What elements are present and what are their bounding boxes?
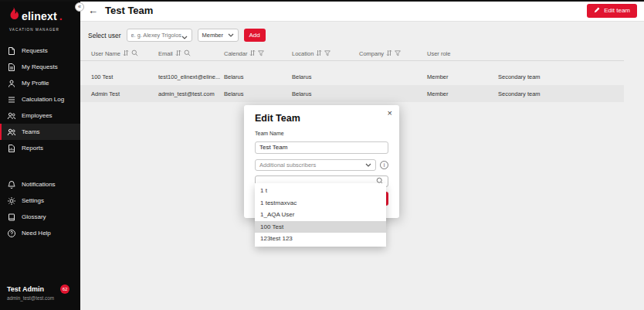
sort-icon[interactable] xyxy=(316,49,322,58)
person-icon xyxy=(7,79,16,88)
cell-team: Secondary team xyxy=(498,90,624,97)
column-label: Company xyxy=(359,50,384,57)
edit-team-label: Edit team xyxy=(604,7,630,14)
sidebar-item-label: My Profile xyxy=(22,80,49,87)
sort-icon[interactable] xyxy=(123,49,129,58)
sidebar-item-requests[interactable]: Requests xyxy=(0,43,80,59)
sidebar-item-label: My Requests xyxy=(22,63,58,70)
dropdown-option[interactable]: 1_AQA User xyxy=(255,209,386,221)
sidebar-item-label: Calculation Log xyxy=(22,96,64,103)
brand-name: elinext xyxy=(22,10,57,22)
list-icon xyxy=(7,95,16,104)
document-icon xyxy=(7,46,16,56)
sort-icon[interactable] xyxy=(249,49,256,58)
sidebar-collapse-button[interactable]: « xyxy=(75,2,84,12)
sidebar-item-my-requests[interactable]: My Requests xyxy=(0,59,80,75)
sidebar-item-label: Glossary xyxy=(22,213,46,220)
filter-icon[interactable] xyxy=(324,50,330,58)
add-user-button[interactable]: Add xyxy=(244,29,266,42)
select-user-label: Select user xyxy=(88,32,121,39)
additional-subscribers-select[interactable]: Additional subscribers xyxy=(255,159,376,171)
sidebar-item-label: Employees xyxy=(22,112,53,119)
sidebar-item-settings[interactable]: Settings xyxy=(0,192,80,209)
cell-location: Belarus xyxy=(292,73,359,80)
edit-team-button[interactable]: Edit team xyxy=(587,4,637,18)
sidebar-item-calculation-log[interactable]: Calculation Log xyxy=(0,91,80,107)
sidebar-item-label: Teams xyxy=(22,128,40,135)
team-name-input[interactable] xyxy=(255,141,388,154)
cell-email: test100_elinext@eline... xyxy=(158,73,224,80)
sidebar-item-label: Requests xyxy=(22,47,48,54)
sidebar-item-glossary[interactable]: Glossary xyxy=(0,209,80,225)
column-label: Email xyxy=(158,50,173,57)
search-icon[interactable] xyxy=(131,49,138,58)
sidebar-secondary-nav: Notifications Settings Glossary Need Hel… xyxy=(0,176,80,241)
pencil-icon xyxy=(594,7,600,15)
back-arrow-icon[interactable]: ← xyxy=(88,5,98,16)
column-header-user-role: User role xyxy=(427,50,498,57)
notification-count-badge: 62 xyxy=(60,284,69,294)
document-icon xyxy=(7,63,16,72)
cell-user-name: Admin Test xyxy=(91,90,158,97)
filter-icon[interactable] xyxy=(395,50,401,58)
column-header-company[interactable]: Company xyxy=(359,49,427,58)
people-icon xyxy=(7,128,16,137)
column-header-calendar[interactable]: Calendar xyxy=(224,49,292,58)
sidebar-user-info[interactable]: Test Admin admin_test@test.com 62 xyxy=(7,285,76,301)
dropdown-option[interactable]: 1 t xyxy=(255,185,386,197)
people-icon xyxy=(7,111,16,121)
brand-subtitle: VACATION MANAGER xyxy=(0,26,80,32)
chevron-down-icon xyxy=(365,162,371,169)
filter-icon[interactable] xyxy=(258,50,264,58)
report-icon xyxy=(7,144,16,153)
column-header-email[interactable]: Email xyxy=(158,49,224,58)
page-title: Test Team xyxy=(105,5,153,16)
sidebar-item-label: Settings xyxy=(22,197,44,204)
chevron-down-icon xyxy=(228,32,234,39)
sidebar-item-my-profile[interactable]: My Profile xyxy=(0,75,80,91)
info-icon[interactable]: i xyxy=(380,161,388,169)
dropdown-option[interactable]: 123test 123 xyxy=(255,233,386,245)
select-user-toolbar: Select user Member Add xyxy=(80,22,644,47)
additional-subscribers-placeholder: Additional subscribers xyxy=(259,162,316,169)
role-select[interactable]: Member xyxy=(198,29,239,42)
window-top-border xyxy=(0,0,644,2)
brand-dot: . xyxy=(59,10,63,22)
column-header-user-name[interactable]: User Name xyxy=(91,49,158,58)
cell-calendar: Belarus xyxy=(224,90,292,97)
role-select-value: Member xyxy=(202,32,224,39)
table-header-row: User Name Email Calendar Location Compan… xyxy=(80,47,624,61)
search-icon[interactable] xyxy=(184,49,191,58)
book-icon xyxy=(7,213,16,222)
modal-title: Edit Team xyxy=(255,113,388,124)
cell-user-name: 100 Test xyxy=(91,73,158,80)
column-label: Calendar xyxy=(224,50,247,57)
sidebar-item-notifications[interactable]: Notifications xyxy=(0,176,80,192)
help-icon xyxy=(7,229,16,238)
dropdown-option-selected[interactable]: 100 Test xyxy=(255,221,386,233)
sidebar-item-need-help[interactable]: Need Help xyxy=(0,225,80,241)
sidebar-item-teams[interactable]: Teams xyxy=(0,124,80,140)
flame-icon xyxy=(8,7,19,26)
close-icon[interactable]: × xyxy=(388,109,392,118)
dropdown-option[interactable]: 1 testmaxvac xyxy=(255,197,386,210)
user-search-input[interactable] xyxy=(131,32,181,39)
column-header-location[interactable]: Location xyxy=(292,49,359,58)
sort-icon[interactable] xyxy=(175,49,181,58)
cell-user-role: Member xyxy=(427,90,498,97)
chevron-down-icon[interactable] xyxy=(181,29,188,43)
page-header: ← Test Team Edit team xyxy=(80,0,644,22)
sidebar-item-employees[interactable]: Employees xyxy=(0,107,80,124)
sort-icon[interactable] xyxy=(386,49,392,58)
brand-logo: elinext. xyxy=(0,0,80,26)
user-search-combobox[interactable] xyxy=(127,29,192,42)
sidebar-item-label: Reports xyxy=(22,145,43,152)
sidebar-item-label: Notifications xyxy=(22,181,56,188)
cell-email: admin_test@test.com xyxy=(158,90,224,97)
column-label: User role xyxy=(427,50,450,57)
table-row[interactable]: Admin Test admin_test@test.com Belarus B… xyxy=(80,85,624,102)
sidebar-item-reports[interactable]: Reports xyxy=(0,140,80,156)
cell-user-role: Member xyxy=(427,73,498,80)
table-row[interactable]: 100 Test test100_elinext@eline... Belaru… xyxy=(80,68,624,85)
column-label: User Name xyxy=(91,50,120,57)
